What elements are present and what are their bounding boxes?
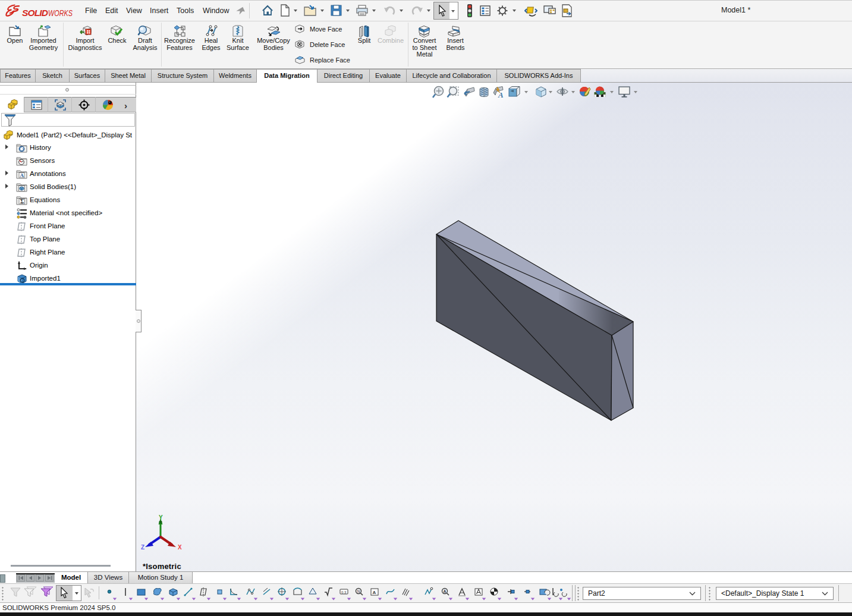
svg-text:WORKS: WORKS (48, 9, 73, 18)
svg-text:X: X (178, 544, 182, 551)
svg-text:Y: Y (159, 515, 163, 521)
svg-text:Z: Z (141, 544, 144, 551)
svg-text:N: N (357, 589, 360, 593)
svg-text:A: A (444, 589, 447, 593)
svg-text:0.3: 0.3 (341, 590, 347, 594)
svg-text:A: A (373, 590, 376, 595)
svg-text:A: A (20, 172, 24, 178)
svg-text:Σ: Σ (20, 199, 24, 205)
svg-text:SOLID: SOLID (22, 8, 48, 18)
svg-text:A: A (498, 90, 504, 99)
